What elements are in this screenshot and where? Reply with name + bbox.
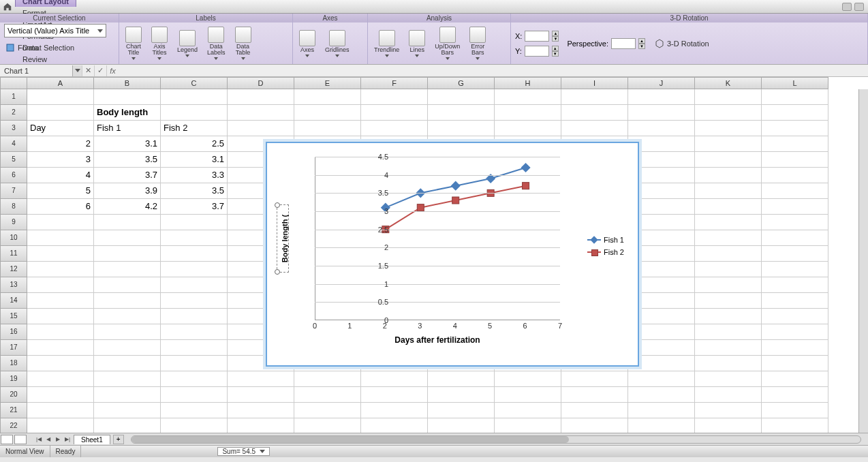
cell-D3[interactable] <box>228 121 294 136</box>
cell-A8[interactable]: 6 <box>27 199 94 215</box>
cell-F21[interactable] <box>361 403 428 418</box>
cell-F20[interactable] <box>361 387 428 403</box>
cell-C1[interactable] <box>161 89 228 105</box>
cell-I21[interactable] <box>561 403 628 418</box>
cell-L6[interactable] <box>762 168 828 183</box>
cell-A3[interactable]: Day <box>27 121 94 136</box>
row-header-14[interactable]: 14 <box>0 293 27 309</box>
row-header-10[interactable]: 10 <box>0 230 27 246</box>
cell-B9[interactable] <box>94 215 161 230</box>
cell-K16[interactable] <box>695 324 762 340</box>
cell-A11[interactable] <box>27 246 94 262</box>
cell-K7[interactable] <box>695 183 762 199</box>
add-sheet-button[interactable]: + <box>113 435 124 444</box>
cell-B10[interactable] <box>94 230 161 246</box>
cell-H1[interactable] <box>495 89 561 105</box>
cell-D19[interactable] <box>228 371 294 387</box>
row-header-19[interactable]: 19 <box>0 371 27 387</box>
3d-rotation-button[interactable]: 3-D Rotation <box>653 37 711 50</box>
column-header-E[interactable]: E <box>294 77 361 89</box>
row-header-21[interactable]: 21 <box>0 403 27 418</box>
lines-button[interactable]: Lines <box>407 29 427 58</box>
cell-E3[interactable] <box>294 121 361 136</box>
cell-L10[interactable] <box>762 230 828 246</box>
cell-L4[interactable] <box>762 136 828 152</box>
y-axis-label[interactable]: Body length ( <box>281 215 289 262</box>
prev-sheet-button[interactable]: ◀ <box>44 435 53 444</box>
legend-button[interactable]: Legend <box>175 29 200 58</box>
cell-I1[interactable] <box>561 89 628 105</box>
column-header-J[interactable]: J <box>628 77 695 89</box>
cell-C2[interactable] <box>161 105 228 121</box>
cell-B4[interactable]: 3.1 <box>94 136 161 152</box>
cell-L7[interactable] <box>762 183 828 199</box>
row-header-6[interactable]: 6 <box>0 168 27 183</box>
column-header-G[interactable]: G <box>428 77 495 89</box>
spreadsheet-grid[interactable]: ABCDEFGHIJKL 12Body length3DayFish 1Fish… <box>0 77 868 433</box>
cell-G22[interactable] <box>428 418 495 433</box>
cell-I3[interactable] <box>561 121 628 136</box>
cell-E19[interactable] <box>294 371 361 387</box>
perspective-input[interactable] <box>611 38 636 49</box>
column-header-K[interactable]: K <box>695 77 762 89</box>
column-header-H[interactable]: H <box>495 77 561 89</box>
select-all-corner[interactable] <box>0 77 27 89</box>
cell-H20[interactable] <box>495 387 561 403</box>
first-sheet-button[interactable]: |◀ <box>34 435 44 444</box>
cell-B14[interactable] <box>94 293 161 309</box>
cell-K18[interactable] <box>695 356 762 371</box>
cell-A17[interactable] <box>27 340 94 356</box>
cell-B22[interactable] <box>94 418 161 433</box>
cell-B20[interactable] <box>94 387 161 403</box>
cell-K11[interactable] <box>695 246 762 262</box>
cell-C15[interactable] <box>161 309 228 324</box>
cell-J2[interactable] <box>628 105 695 121</box>
cell-D2[interactable] <box>228 105 294 121</box>
cell-C14[interactable] <box>161 293 228 309</box>
cell-J22[interactable] <box>628 418 695 433</box>
cell-G19[interactable] <box>428 371 495 387</box>
column-header-I[interactable]: I <box>561 77 628 89</box>
cell-C5[interactable]: 3.1 <box>161 152 228 168</box>
cell-E21[interactable] <box>294 403 361 418</box>
cell-J19[interactable] <box>628 371 695 387</box>
cell-B11[interactable] <box>94 246 161 262</box>
cell-A10[interactable] <box>27 230 94 246</box>
cell-A14[interactable] <box>27 293 94 309</box>
row-header-12[interactable]: 12 <box>0 262 27 277</box>
stepper[interactable]: ▲▼ <box>552 46 559 57</box>
cell-L19[interactable] <box>762 371 828 387</box>
cell-J3[interactable] <box>628 121 695 136</box>
cell-D20[interactable] <box>228 387 294 403</box>
cell-K21[interactable] <box>695 403 762 418</box>
row-header-7[interactable]: 7 <box>0 183 27 199</box>
menu-tab-chart-layout[interactable]: Chart Layout <box>15 0 76 7</box>
cell-D21[interactable] <box>228 403 294 418</box>
cell-F3[interactable] <box>361 121 428 136</box>
cell-J20[interactable] <box>628 387 695 403</box>
cell-B12[interactable] <box>94 262 161 277</box>
cell-L1[interactable] <box>762 89 828 105</box>
cell-B5[interactable]: 3.5 <box>94 152 161 168</box>
cell-E22[interactable] <box>294 418 361 433</box>
chart-element-selector[interactable]: Vertical (Value) Axis Title <box>4 24 106 37</box>
cell-C17[interactable] <box>161 340 228 356</box>
cell-A12[interactable] <box>27 262 94 277</box>
cell-K17[interactable] <box>695 340 762 356</box>
cell-C20[interactable] <box>161 387 228 403</box>
cell-A16[interactable] <box>27 324 94 340</box>
chevron-down-icon[interactable] <box>72 65 82 76</box>
cell-C10[interactable] <box>161 230 228 246</box>
axis-titles-button[interactable]: AxisTitles <box>149 26 170 61</box>
stepper[interactable]: ▲▼ <box>552 31 559 42</box>
column-header-D[interactable]: D <box>228 77 294 89</box>
row-header-2[interactable]: 2 <box>0 105 27 121</box>
cell-H21[interactable] <box>495 403 561 418</box>
cell-C7[interactable]: 3.5 <box>161 183 228 199</box>
accept-icon[interactable]: ✓ <box>94 65 106 76</box>
cell-K2[interactable] <box>695 105 762 121</box>
cell-C13[interactable] <box>161 277 228 293</box>
cell-F22[interactable] <box>361 418 428 433</box>
cell-K4[interactable] <box>695 136 762 152</box>
row-header-1[interactable]: 1 <box>0 89 27 105</box>
